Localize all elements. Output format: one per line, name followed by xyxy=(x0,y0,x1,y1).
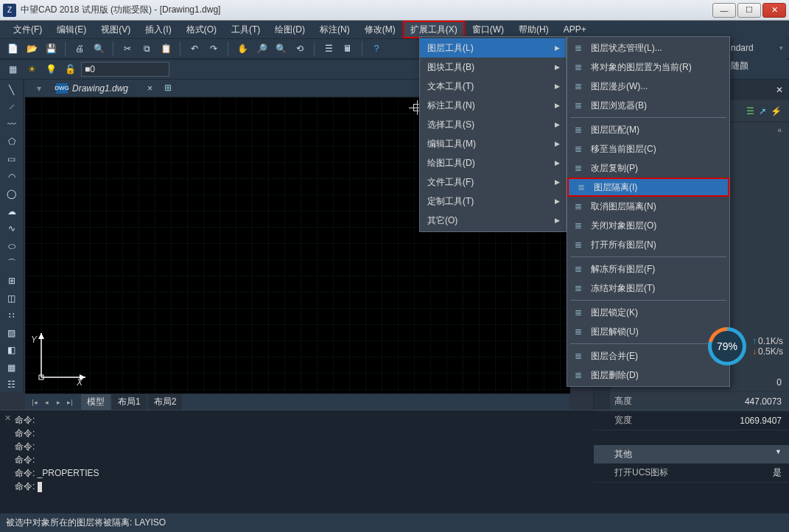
polygon-icon[interactable]: ⬠ xyxy=(3,135,21,150)
ellipse-arc-icon[interactable]: ⌒ xyxy=(3,256,21,271)
maximize-button[interactable]: ☐ xyxy=(737,3,761,18)
help-icon[interactable]: ? xyxy=(368,41,385,57)
rect-icon[interactable]: ▭ xyxy=(3,152,21,167)
doc-tab[interactable]: DWG Drawing1.dwg × xyxy=(49,82,160,95)
table-icon[interactable]: ☷ xyxy=(3,378,21,393)
panel-tool1-icon[interactable]: ☰ xyxy=(746,106,754,116)
ellipse-icon[interactable]: ⬭ xyxy=(3,239,21,253)
menu-4[interactable]: 格式(O) xyxy=(179,21,224,38)
menu-item[interactable]: ≣改层复制(P) xyxy=(567,158,729,178)
point-icon[interactable]: ∷ xyxy=(3,308,21,323)
xline-icon[interactable]: ⟋ xyxy=(3,100,21,115)
line-icon[interactable]: ╲ xyxy=(3,83,21,97)
paste-icon[interactable]: 📋 xyxy=(158,41,174,57)
prop-row[interactable]: 宽度1069.9407 xyxy=(594,411,789,430)
style-combo[interactable]: ndard▾ xyxy=(731,43,783,53)
pline-icon[interactable]: 〰 xyxy=(3,117,21,132)
layer-dropdown[interactable]: ■ 0 xyxy=(81,62,169,77)
zoom-prev-icon[interactable]: ⟲ xyxy=(292,41,308,57)
menu-item[interactable]: ≣关闭对象图层(O) xyxy=(567,216,729,235)
menu-item[interactable]: 标注工具(N)▶ xyxy=(420,96,566,115)
menu-item[interactable]: ≣图层漫步(W)... xyxy=(567,77,729,96)
menu-item[interactable]: ≣取消图层隔离(N) xyxy=(567,197,729,216)
copy-icon[interactable]: ⧉ xyxy=(138,41,155,57)
network-widget[interactable]: 79% 0.1K/s 0.5K/s xyxy=(708,327,783,365)
gradient-icon[interactable]: ◧ xyxy=(3,343,21,357)
layout-last-icon[interactable]: ▸| xyxy=(65,397,75,407)
menu-0[interactable]: 文件(F) xyxy=(6,21,49,38)
minimize-button[interactable]: — xyxy=(712,3,736,18)
revcloud-icon[interactable]: ☁ xyxy=(3,204,21,219)
zoom-icon[interactable]: 🔎 xyxy=(253,41,270,57)
print-icon[interactable]: 🖨 xyxy=(71,41,88,57)
open-icon[interactable]: 📂 xyxy=(24,41,40,57)
menu-item[interactable]: ≣打开所有图层(N) xyxy=(567,235,729,254)
prop-row[interactable]: 打开UCS图标 是 xyxy=(594,463,789,483)
panel-tool2-icon[interactable]: ↗ xyxy=(759,106,766,116)
menu-item[interactable]: ≣图层隔离(I) xyxy=(567,178,729,197)
menu-item[interactable]: ≣图层浏览器(B) xyxy=(567,96,729,115)
menu-item[interactable]: 选择工具(S)▶ xyxy=(420,115,566,134)
undo-icon[interactable]: ↶ xyxy=(186,41,203,57)
menu-item[interactable]: ≣图层合并(E) xyxy=(567,346,729,365)
menu-3[interactable]: 插入(I) xyxy=(138,21,178,38)
menu-item[interactable]: 文本工具(T)▶ xyxy=(420,77,566,96)
menu-item[interactable]: 定制工具(T)▶ xyxy=(420,192,566,211)
menu-item[interactable]: ≣移至当前图层(C) xyxy=(567,139,729,158)
menu-item[interactable]: ≣图层删除(D) xyxy=(567,365,729,385)
new-icon[interactable]: 📄 xyxy=(4,41,21,57)
layout-prev-icon[interactable]: ◂ xyxy=(41,397,52,407)
menu-item[interactable]: ≣解冻所有图层(F) xyxy=(567,259,729,279)
save-icon[interactable]: 💾 xyxy=(43,41,59,57)
layer-lock-icon[interactable]: 🔓 xyxy=(62,61,78,77)
zoom-window-icon[interactable]: 🔍 xyxy=(273,41,289,57)
new-tab-icon[interactable]: ⊞ xyxy=(164,83,178,94)
prop-row[interactable]: 高度447.0073 xyxy=(594,392,789,411)
panel-tool3-icon[interactable]: ⚡ xyxy=(771,106,782,116)
redo-icon[interactable]: ↷ xyxy=(206,41,222,57)
region-icon[interactable]: ▦ xyxy=(3,360,21,375)
menu-item[interactable]: 绘图工具(D)▶ xyxy=(420,153,566,172)
menu-item[interactable]: 文件工具(F)▶ xyxy=(420,172,566,192)
layout-tab[interactable]: 布局2 xyxy=(148,394,183,410)
panel-close-icon[interactable]: ✕ xyxy=(776,85,783,95)
layout-tab[interactable]: 布局1 xyxy=(112,394,147,410)
menu-6[interactable]: 绘图(D) xyxy=(267,21,312,38)
arc-icon[interactable]: ◠ xyxy=(3,169,21,184)
menu-item[interactable]: ≣冻结对象图层(T) xyxy=(567,279,729,298)
layer-manager-icon[interactable]: ▦ xyxy=(4,61,21,77)
tab-close-icon[interactable]: × xyxy=(147,83,152,94)
layer-bulb-icon[interactable]: 💡 xyxy=(43,61,59,77)
menu-7[interactable]: 标注(N) xyxy=(312,21,357,38)
cut-icon[interactable]: ✂ xyxy=(119,41,136,57)
circle-icon[interactable]: ◯ xyxy=(3,186,21,201)
menu-item[interactable]: ≣图层匹配(M) xyxy=(567,120,729,139)
menu-item[interactable]: ≣将对象的图层置为当前(R) xyxy=(567,57,729,77)
hatch-icon[interactable]: ▨ xyxy=(3,326,21,340)
menu-item[interactable]: 编辑工具(M)▶ xyxy=(420,134,566,153)
properties-icon[interactable]: ☰ xyxy=(320,41,337,57)
menu-5[interactable]: 工具(T) xyxy=(224,21,267,38)
layer-sun-icon[interactable]: ☀ xyxy=(24,61,40,77)
close-button[interactable]: ✕ xyxy=(762,3,786,18)
color-combo[interactable]: 随颜 xyxy=(731,60,783,72)
layout-first-icon[interactable]: |◂ xyxy=(29,397,40,407)
menu-item[interactable]: 图层工具(L)▶ xyxy=(420,38,566,57)
menu-item[interactable]: ≣图层状态管理(L)... xyxy=(567,38,729,57)
menu-1[interactable]: 编辑(E) xyxy=(49,21,94,38)
layout-next-icon[interactable]: ▸ xyxy=(53,397,63,407)
menu-item[interactable]: 图块工具(B)▶ xyxy=(420,57,566,77)
pan-icon[interactable]: ✋ xyxy=(234,41,250,57)
menu-8[interactable]: 修改(M) xyxy=(357,21,403,38)
tab-chevron-icon[interactable]: ▾ xyxy=(37,83,41,94)
section-other[interactable]: 其他▼ xyxy=(594,445,789,463)
insert-icon[interactable]: ⊞ xyxy=(3,273,21,288)
block-make-icon[interactable]: ◫ xyxy=(3,291,21,306)
cmd-close-icon[interactable]: ✕ xyxy=(4,413,11,423)
menu-item[interactable]: 其它(O)▶ xyxy=(420,211,566,230)
calc-icon[interactable]: 🖩 xyxy=(340,41,356,57)
menu-2[interactable]: 视图(V) xyxy=(94,21,138,38)
layout-tab[interactable]: 模型 xyxy=(81,394,111,410)
menu-item[interactable]: ≣图层解锁(U) xyxy=(567,322,729,341)
menu-item[interactable]: ≣图层锁定(K) xyxy=(567,303,729,322)
